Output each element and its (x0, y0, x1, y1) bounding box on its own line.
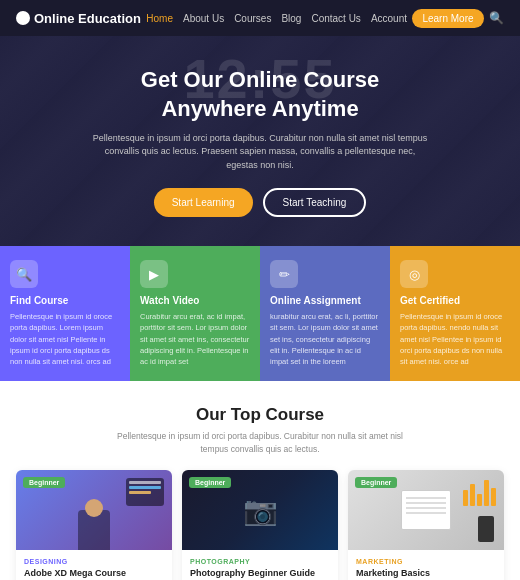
courses-section: Our Top Course Pellentesque in ipsum id … (0, 381, 520, 580)
feature-get-certified: ◎ Get Certified Pellentesque in ipsum id… (390, 246, 520, 381)
notebook-icon (401, 490, 451, 530)
course-info-1: DESIGNING Adobe XD Mega Course 🏳 ThemeGr… (16, 550, 172, 580)
nav-home[interactable]: Home (146, 13, 173, 24)
feature-online-assignment: ✏ Online Assignment kurabitur arcu erat,… (260, 246, 390, 381)
course-name-3: Marketing Basics (356, 568, 496, 580)
navbar: Online Education Home About Us Courses B… (0, 0, 520, 36)
nav-blog[interactable]: Blog (281, 13, 301, 24)
start-teaching-button[interactable]: Start Teaching (263, 188, 367, 217)
hero-subtitle: Pellentesque in ipsum id orci porta dapi… (90, 132, 430, 173)
start-learning-button[interactable]: Start Learning (154, 188, 253, 217)
certificate-icon: ◎ (409, 267, 420, 282)
brand-logo[interactable]: Online Education (16, 11, 141, 26)
course-category-1: DESIGNING (24, 558, 164, 565)
course-card-3[interactable]: Beginner MARKETING Marketing Basics 🏳 Th… (348, 470, 504, 580)
nav-links: Home About Us Courses Blog Contact Us Ac… (146, 13, 407, 24)
hero-buttons: Start Learning Start Teaching (90, 188, 430, 217)
camera-icon: 📷 (243, 493, 278, 526)
beginner-badge-3: Beginner (355, 477, 397, 488)
beginner-badge-2: Beginner (189, 477, 231, 488)
features-section: 🔍 Find Course Pellentesque in ipsum id o… (0, 246, 520, 381)
courses-heading: Our Top Course (16, 405, 504, 425)
brand-name: Online Education (34, 11, 141, 26)
hero-section: 12:55 Get Our Online Course Anywhere Any… (0, 36, 520, 246)
nav-account[interactable]: Account (371, 13, 407, 24)
feature-find-course: 🔍 Find Course Pellentesque in ipsum id o… (0, 246, 130, 381)
course-name-2: Photography Beginner Guide (190, 568, 330, 580)
feature-watch-video: ▶ Watch Video Curabitur arcu erat, ac id… (130, 246, 260, 381)
course-category-2: PHOTOGRAPHY (190, 558, 330, 565)
course-card-2[interactable]: 📷 Beginner PHOTOGRAPHY Photography Begin… (182, 470, 338, 580)
watch-video-title: Watch Video (140, 295, 250, 306)
beginner-badge-1: Beginner (23, 477, 65, 488)
course-name-1: Adobe XD Mega Course (24, 568, 164, 580)
nav-about[interactable]: About Us (183, 13, 224, 24)
courses-subtitle: Pellentesque in ipsum id orci porta dapi… (110, 430, 410, 456)
play-icon: ▶ (149, 267, 159, 282)
course-info-2: PHOTOGRAPHY Photography Beginner Guide 🏳… (182, 550, 338, 580)
person-silhouette (74, 495, 114, 550)
nav-courses[interactable]: Courses (234, 13, 271, 24)
course-category-3: MARKETING (356, 558, 496, 565)
nav-contact[interactable]: Contact Us (311, 13, 360, 24)
find-course-title: Find Course (10, 295, 120, 306)
certified-icon-wrapper: ◎ (400, 260, 428, 288)
watch-video-desc: Curabitur arcu erat, ac id impat, portti… (140, 311, 250, 367)
watch-video-icon-wrapper: ▶ (140, 260, 168, 288)
pencil-icon: ✏ (279, 267, 290, 282)
assignment-title: Online Assignment (270, 295, 380, 306)
assignment-icon-wrapper: ✏ (270, 260, 298, 288)
course-thumb-3: Beginner (348, 470, 504, 550)
learn-more-button[interactable]: Learn More (412, 9, 483, 28)
search-icon: 🔍 (16, 267, 32, 282)
find-course-desc: Pellentesque in ipsum id oroce porta dap… (10, 311, 120, 367)
course-thumb-2: 📷 Beginner (182, 470, 338, 550)
hero-title: Get Our Online Course Anywhere Anytime (90, 65, 430, 124)
certified-title: Get Certified (400, 295, 510, 306)
logo-circle-icon (16, 11, 30, 25)
course-info-3: MARKETING Marketing Basics 🏳 ThemeGrill … (348, 550, 504, 580)
course-cards-container: Beginner DESIGNING Adobe XD Mega Course … (16, 470, 504, 580)
certified-desc: Pellentesque in ipsum id oroce porta dap… (400, 311, 510, 367)
search-icon[interactable]: 🔍 (489, 11, 504, 25)
hero-content: Get Our Online Course Anywhere Anytime P… (70, 65, 450, 218)
phone-icon (478, 516, 494, 542)
assignment-desc: kurabitur arcu erat, ac li, porttitor si… (270, 311, 380, 367)
course-thumb-1: Beginner (16, 470, 172, 550)
courses-header: Our Top Course Pellentesque in ipsum id … (16, 405, 504, 456)
course-card-1[interactable]: Beginner DESIGNING Adobe XD Mega Course … (16, 470, 172, 580)
find-course-icon-wrapper: 🔍 (10, 260, 38, 288)
